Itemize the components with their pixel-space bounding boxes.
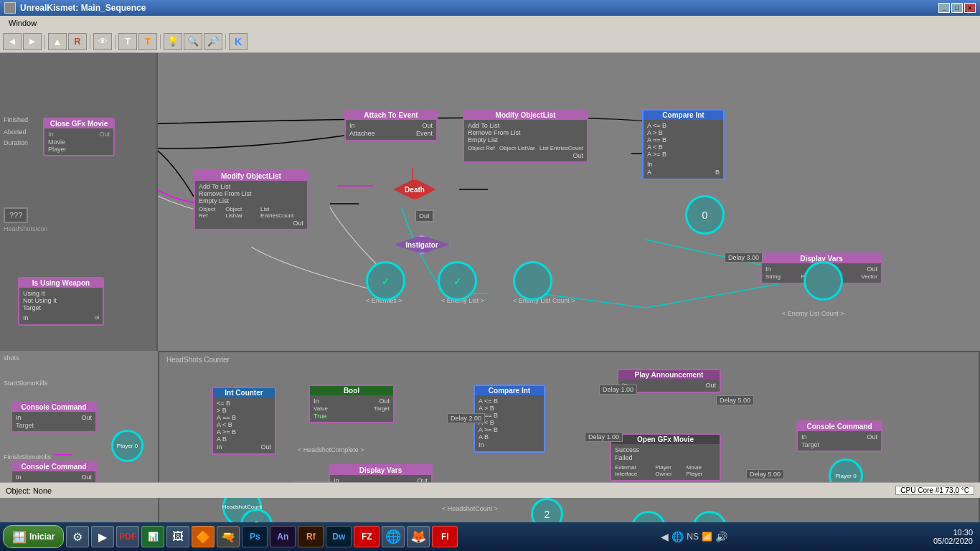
delay-ogfx: Delay 1.00	[585, 432, 623, 442]
taskbar-flash[interactable]: Fl	[432, 526, 458, 547]
attach-event-node[interactable]: Attach To Event In Out Attachee Event	[344, 109, 438, 141]
cc3-target: Target	[801, 441, 877, 448]
cc3-out: Out	[867, 433, 877, 441]
ogfx-owner: Player Owner	[655, 464, 686, 477]
ic-gt: > B	[217, 407, 271, 414]
taskbar-dw[interactable]: Dw	[326, 526, 352, 547]
cc2-out: Out	[81, 474, 92, 481]
up-button[interactable]: ▲	[48, 33, 67, 50]
ogfx-external: External Interface	[615, 464, 655, 477]
taskbar-chrome[interactable]: 🌐	[382, 526, 405, 547]
modify-obj2-node[interactable]: Modify ObjectList Add To List Remove Fro…	[463, 109, 588, 163]
cmp1-lt: A < B	[647, 143, 720, 151]
cc3-title: Console Command	[798, 422, 881, 431]
statusbar: Object: None CPU Core #1 73,0 °C	[0, 482, 980, 498]
node-label-aborted: Aborted	[4, 128, 27, 136]
compare-int1-node[interactable]: Compare Int A <= B A > B A == B A < B A …	[642, 109, 725, 180]
k-button[interactable]: K	[229, 33, 248, 50]
back-button[interactable]: ◄	[3, 33, 22, 50]
window-title: UnrealKismet: Main_Sequence	[20, 3, 146, 13]
taskbar-media[interactable]: ▶	[91, 526, 114, 547]
console-cmd1-node[interactable]: Console Command In Out Target	[11, 401, 97, 433]
close-gfx-node[interactable]: Close GFx Movie In Out Movie Player	[43, 118, 115, 156]
forward-button[interactable]: ►	[23, 33, 42, 50]
bulb-button[interactable]: 💡	[164, 33, 182, 50]
taskbar-orange[interactable]: 🔶	[192, 526, 215, 547]
enemy-list-count2-circle[interactable]	[804, 261, 843, 301]
open-gfx-title: Open GFx Movie	[611, 435, 720, 444]
taskbar-image[interactable]: 🖼	[166, 526, 189, 547]
modify-obj1-remove: Remove From List	[199, 190, 303, 197]
main-canvas[interactable]: Finished Aborted Duration ??? HeadShotsI…	[0, 53, 980, 527]
r-button[interactable]: R	[68, 33, 87, 50]
circle-zero-node[interactable]: 0	[685, 195, 725, 235]
attach-attachee: Attachee	[349, 130, 375, 137]
taskbar-gun[interactable]: 🔫	[217, 526, 240, 547]
object-status: Object: None	[6, 486, 52, 495]
taskbar-ps[interactable]: Ps	[242, 526, 268, 547]
toolbar: ◄ ► ▲ R 👁 T T 💡 🔍 🔎 K	[0, 30, 980, 53]
cmp2-eq: A == B	[479, 412, 540, 419]
modify-obj1-node[interactable]: Modify ObjectList Add To List Remove Fro…	[194, 170, 308, 230]
cmp2-ab: A B	[479, 433, 540, 441]
menu-window[interactable]: Window	[3, 19, 42, 27]
cmp1-in: In	[647, 161, 653, 168]
cc1-player-circle[interactable]: Player 0	[111, 430, 143, 462]
text1-button[interactable]: T	[118, 33, 137, 50]
ic-lt: A < B	[217, 421, 271, 428]
delay-ogfx2: Delay 5.00	[746, 469, 784, 479]
start-slomo-label: StartSlomoKills	[4, 380, 47, 387]
window-controls[interactable]: _ □ ×	[938, 3, 976, 13]
death-event-node[interactable]: Death	[393, 179, 436, 200]
weapon-out: ol	[95, 314, 99, 321]
enemy-list-circle[interactable]: ✓	[438, 261, 477, 301]
taskbar-excel[interactable]: 📊	[141, 526, 164, 547]
close-button[interactable]: ×	[964, 3, 976, 13]
attach-event-title: Attach To Event	[346, 110, 436, 120]
cmp1-a: A	[647, 169, 651, 176]
bool-node[interactable]: Bool In Out Value Target True	[308, 385, 395, 423]
toolbar-sep-2	[90, 34, 90, 49]
ic-in: In	[217, 443, 222, 451]
cmp1-gt: A > B	[647, 129, 720, 136]
dv1-vector: Vector	[861, 273, 877, 280]
maximize-button[interactable]: □	[951, 3, 963, 13]
console-cmd3-node[interactable]: Console Command In Out Target	[796, 420, 882, 452]
minimize-button[interactable]: _	[938, 3, 950, 13]
enemy-list-count-top: < Enemy List Count >	[513, 297, 575, 304]
enemy-list-count-circle[interactable]	[513, 261, 552, 301]
target-label: Target	[23, 304, 99, 311]
taskbar-fz[interactable]: FZ	[354, 526, 380, 547]
modify-obj1-title: Modify ObjectList	[195, 171, 307, 181]
taskbar-firefox[interactable]: 🦊	[407, 526, 430, 547]
int-counter-node[interactable]: Int Counter <= B > B A == B A < B A >= B…	[212, 387, 276, 455]
text2-button[interactable]: T	[138, 33, 157, 50]
start-button[interactable]: 🪟 Iniciar	[3, 525, 64, 548]
modify-obj1-out: Out	[199, 220, 303, 227]
cmp2-title: Compare Int	[475, 386, 544, 395]
taskbar-rf[interactable]: Rf	[298, 526, 324, 547]
modify-obj2-add: Add To List	[468, 122, 583, 129]
modify-obj2-entries: List EntriesCount	[540, 145, 583, 151]
out-node[interactable]: Out	[415, 209, 434, 222]
int-counter-title: Int Counter	[213, 388, 275, 397]
search2-button[interactable]: 🔎	[204, 33, 222, 50]
delay-display-vars1: Delay 3.00	[725, 253, 763, 263]
enemies-circle[interactable]: ✓	[366, 261, 405, 301]
using-it-label: Using It	[23, 290, 99, 297]
taskbar-pdf[interactable]: PDF	[116, 526, 139, 547]
search1-button[interactable]: 🔍	[184, 33, 202, 50]
modify-obj1-empty: Empty List	[199, 197, 303, 204]
taskbar-settings[interactable]: ⚙	[66, 526, 89, 547]
death-label: Death	[405, 186, 425, 194]
unknown-node[interactable]: ???	[4, 207, 28, 223]
taskbar-an[interactable]: An	[270, 526, 296, 547]
is-weapon-node[interactable]: Is Using Weapon Using It Not Using It Ta…	[18, 277, 104, 326]
ic-gte: A >= B	[217, 428, 271, 435]
instigator-event-node[interactable]: Instigator	[393, 235, 451, 254]
open-gfx-node[interactable]: Open GFx Movie Success Failed External I…	[610, 433, 721, 481]
ic-lte: <= B	[217, 400, 271, 407]
bool-out: Out	[379, 397, 390, 405]
close-gfx-in: In	[48, 131, 54, 138]
eye-button[interactable]: 👁	[93, 33, 112, 50]
